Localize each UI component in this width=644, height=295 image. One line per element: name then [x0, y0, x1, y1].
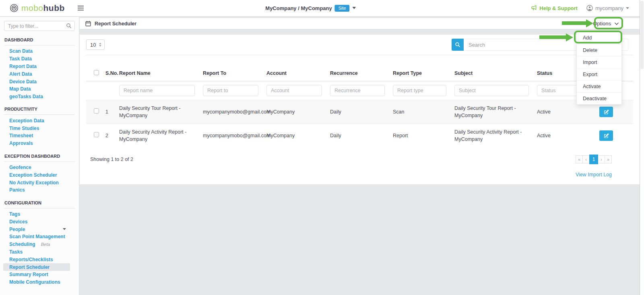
- filter-recurrence-input[interactable]: [330, 85, 385, 96]
- sidebar-filter: [4, 21, 75, 31]
- edit-icon: [604, 109, 609, 115]
- table-footer: Showing 1 to 2 of 2 « ‹ 1 › »: [86, 155, 633, 164]
- import-log-row: View Import Log: [86, 164, 633, 179]
- filter-report-type-input[interactable]: [393, 85, 446, 96]
- menu-item-export[interactable]: Export: [577, 68, 621, 80]
- cell-account: MyCompany: [266, 124, 330, 148]
- select-all-checkbox[interactable]: [94, 70, 99, 75]
- sidebar-item-devices[interactable]: Devices: [0, 218, 79, 226]
- vertical-scrollbar[interactable]: [640, 0, 644, 295]
- cell-account: MyCompany: [266, 100, 330, 124]
- pagination-prev-button[interactable]: ‹: [582, 155, 590, 163]
- table-toolbar: 10: [86, 35, 633, 55]
- menu-item-deactivate[interactable]: Deactivate: [577, 92, 621, 104]
- cell-sno: 2: [105, 124, 119, 148]
- sidebar-item-scheduling[interactable]: Scheduling Beta: [0, 241, 79, 248]
- sidebar-item-report-data[interactable]: Report Data: [0, 63, 79, 70]
- chevron-down-icon: [614, 22, 619, 25]
- sidebar-item-people[interactable]: People: [0, 225, 79, 233]
- chevron-down-icon: [353, 7, 356, 9]
- pagination: « ‹ 1 › »: [576, 155, 612, 164]
- sidebar-item-alert-data[interactable]: Alert Data: [0, 70, 79, 78]
- mobohubb-logo: mobohubb: [10, 3, 65, 13]
- help-support-link[interactable]: Help & Support: [531, 5, 578, 11]
- sidebar-item-exception-data[interactable]: Exception Data: [0, 117, 79, 124]
- sidebar-item-exception-scheduler[interactable]: Exception Scheduler: [0, 171, 79, 179]
- sidebar: DASHBOARD Scan Data Task Data Report Dat…: [0, 17, 79, 295]
- company-context-selector[interactable]: MyCompany / MyCompany Site: [265, 5, 356, 12]
- menu-item-import[interactable]: Import: [577, 56, 621, 68]
- sidebar-item-geotasks-data[interactable]: geoTasks Data: [0, 93, 79, 101]
- sidebar-item-approvals[interactable]: Approvals: [0, 140, 79, 147]
- cell-recurrence: Daily: [330, 124, 393, 148]
- cell-subject: Daily Security Tour Report - MyCompany: [454, 100, 537, 124]
- sidebar-section-configuration: CONFIGURATION Tags Devices People Scan P…: [0, 198, 79, 286]
- menu-item-activate[interactable]: Activate: [577, 80, 621, 92]
- sidebar-item-geofence[interactable]: Geofence: [0, 164, 79, 171]
- section-title: CONFIGURATION: [0, 198, 79, 207]
- cell-report-type: Scan: [393, 100, 454, 124]
- table-row: 2 Daily Security Activity Report - MyCom…: [86, 124, 633, 148]
- cell-status: Active: [537, 124, 582, 148]
- filter-report-name-input[interactable]: [119, 85, 195, 96]
- sidebar-item-timesheet[interactable]: Timesheet: [0, 132, 79, 140]
- cell-report-to: mycompanymobo@gmail.com: [203, 124, 266, 148]
- sidebar-item-panics[interactable]: Panics: [0, 186, 79, 194]
- sidebar-item-time-studies[interactable]: Time Studies: [0, 124, 79, 132]
- section-title: PRODUCTIVITY: [0, 104, 79, 113]
- sidebar-item-reports-checklists[interactable]: Reports/Checklists: [0, 256, 79, 263]
- row-checkbox[interactable]: [94, 108, 99, 113]
- sidebar-item-no-activity-exception[interactable]: No Activity Exception: [0, 179, 79, 186]
- filter-status-input[interactable]: [537, 85, 577, 96]
- options-button[interactable]: Options: [593, 21, 619, 27]
- scrollbar-thumb[interactable]: [640, 1, 644, 69]
- search-icon: [455, 42, 460, 47]
- logo-text: mobohubb: [21, 3, 65, 13]
- pagination-next-button[interactable]: ›: [598, 155, 605, 163]
- search-button[interactable]: [452, 39, 464, 51]
- sidebar-item-summary-report[interactable]: Summary Report: [0, 271, 79, 278]
- page-size-select[interactable]: 10: [86, 39, 105, 50]
- page-title: Report Scheduler: [85, 21, 136, 27]
- sidebar-item-report-scheduler[interactable]: Report Scheduler: [3, 263, 70, 271]
- menu-item-add[interactable]: Add: [577, 32, 621, 44]
- column-header-recurrence: Recurrence: [330, 67, 393, 81]
- sidebar-item-scan-data[interactable]: Scan Data: [0, 47, 79, 55]
- sidebar-item-tags[interactable]: Tags: [0, 210, 79, 218]
- user-icon: [586, 5, 593, 11]
- report-scheduler-panel: 10: [80, 35, 640, 184]
- row-checkbox[interactable]: [94, 132, 99, 137]
- edit-button[interactable]: [599, 130, 613, 141]
- cell-report-type: Report: [393, 124, 454, 148]
- filter-subject-input[interactable]: [454, 85, 529, 96]
- filter-report-to-input[interactable]: [203, 85, 258, 96]
- topbar-right: Help & Support mycompany: [531, 5, 640, 11]
- company-context-label: MyCompany / MyCompany: [265, 5, 332, 11]
- sidebar-item-map-data[interactable]: Map Data: [0, 85, 79, 93]
- sidebar-item-scan-point-management[interactable]: Scan Point Management: [0, 233, 79, 241]
- sidebar-item-mobile-configurations[interactable]: Mobile Configurations: [0, 278, 79, 286]
- pagination-first-button[interactable]: «: [576, 155, 583, 163]
- sidebar-filter-input[interactable]: [4, 21, 75, 31]
- megaphone-icon: [531, 5, 537, 11]
- sidebar-item-task-data[interactable]: Task Data: [0, 55, 79, 63]
- view-import-log-link[interactable]: View Import Log: [576, 172, 612, 177]
- site-badge: Site: [335, 5, 350, 12]
- sidebar-item-device-data[interactable]: Device Data: [0, 78, 79, 85]
- calendar-icon: [85, 21, 91, 27]
- pagination-last-button[interactable]: »: [605, 155, 612, 163]
- results-summary: Showing 1 to 2 of 2: [86, 157, 133, 162]
- filter-account-input[interactable]: [266, 85, 322, 96]
- divider: [4, 114, 75, 115]
- pagination-page-1-button[interactable]: 1: [589, 155, 598, 164]
- column-header-report-to: Report To: [203, 67, 266, 81]
- edit-button[interactable]: [599, 107, 613, 117]
- user-menu[interactable]: mycompany: [586, 5, 629, 11]
- search-icon: [66, 23, 72, 29]
- menu-toggle-icon[interactable]: [76, 4, 85, 12]
- column-header-status: Status: [537, 67, 582, 81]
- sidebar-item-tasks[interactable]: Tasks: [0, 248, 79, 256]
- menu-item-delete[interactable]: Delete: [577, 44, 621, 56]
- cell-subject: Daily Security Activity Report - MyCompa…: [454, 124, 537, 148]
- cell-report-to: mycompanymobo@gmail.com: [203, 100, 266, 124]
